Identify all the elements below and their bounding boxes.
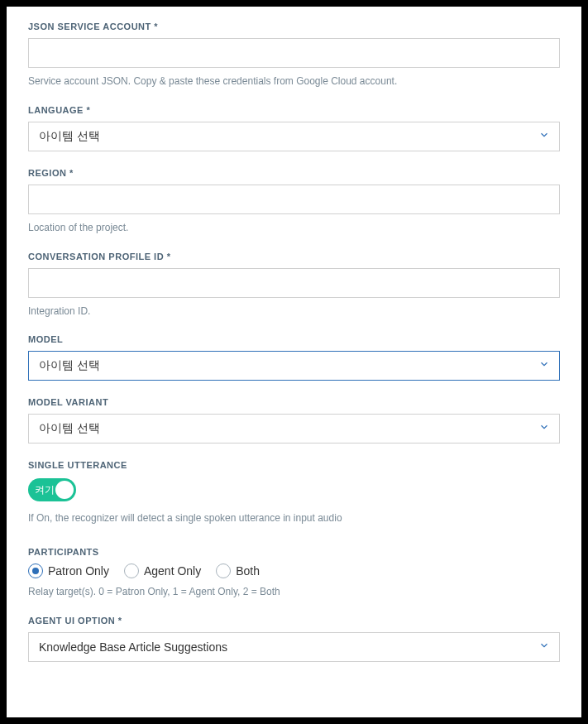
language-label: LANGUAGE * [28,105,560,115]
radio-label: Agent Only [144,564,201,578]
single-utterance-group: SINGLE UTTERANCE 켜기 If On, the recognize… [28,460,560,525]
language-group: LANGUAGE * 아이템 선택 [28,105,560,151]
participants-label: PARTICIPANTS [28,547,560,557]
language-select-wrapper: 아이템 선택 [28,122,560,151]
model-variant-select[interactable]: 아이템 선택 [28,414,560,444]
toggle-knob [55,481,74,499]
model-group: MODEL 아이템 선택 [28,334,560,381]
model-variant-select-wrapper: 아이템 선택 [28,414,560,444]
agent-ui-option-group: AGENT UI OPTION * Knowledge Base Article… [28,616,560,662]
conversation-profile-id-input[interactable] [28,268,560,298]
json-service-account-input[interactable] [28,38,560,68]
participants-radio-group: Patron Only Agent Only Both [28,563,560,578]
radio-label: Both [236,564,260,578]
region-input[interactable] [28,185,560,214]
agent-ui-option-select-value: Knowledge Base Article Suggestions [39,640,227,654]
model-select[interactable]: 아이템 선택 [28,351,560,381]
region-group: REGION * Location of the project. [28,168,560,235]
radio-label: Patron Only [48,564,109,578]
json-service-account-group: JSON SERVICE ACCOUNT * Service account J… [28,22,560,89]
single-utterance-help: If On, the recognizer will detect a sing… [28,511,560,525]
radio-circle [124,563,139,578]
single-utterance-toggle-wrapper: 켜기 [28,478,76,501]
model-variant-group: MODEL VARIANT 아이템 선택 [28,397,560,444]
radio-circle [216,563,231,578]
radio-dot [32,568,39,574]
radio-circle [28,563,43,578]
single-utterance-label: SINGLE UTTERANCE [28,460,560,470]
radio-patron-only[interactable]: Patron Only [28,563,109,578]
language-select-value: 아이템 선택 [39,129,100,144]
agent-ui-option-select[interactable]: Knowledge Base Article Suggestions [28,632,560,662]
participants-group: PARTICIPANTS Patron Only Agent Only Both… [28,547,560,599]
radio-both[interactable]: Both [216,563,260,578]
toggle-on-label: 켜기 [28,483,55,497]
form-container: JSON SERVICE ACCOUNT * Service account J… [7,7,581,717]
conversation-profile-id-label: CONVERSATION PROFILE ID * [28,252,560,261]
participants-help: Relay target(s). 0 = Patron Only, 1 = Ag… [28,585,560,599]
single-utterance-toggle[interactable]: 켜기 [28,478,76,501]
model-label: MODEL [28,334,560,344]
json-service-account-help: Service account JSON. Copy & paste these… [28,74,560,89]
model-variant-select-value: 아이템 선택 [39,421,100,436]
conversation-profile-id-group: CONVERSATION PROFILE ID * Integration ID… [28,252,560,319]
json-service-account-label: JSON SERVICE ACCOUNT * [28,22,560,31]
model-variant-label: MODEL VARIANT [28,397,560,407]
model-select-wrapper: 아이템 선택 [28,351,560,381]
conversation-profile-id-help: Integration ID. [28,304,560,319]
radio-agent-only[interactable]: Agent Only [124,563,201,578]
region-label: REGION * [28,168,560,178]
region-help: Location of the project. [28,221,560,235]
agent-ui-option-label: AGENT UI OPTION * [28,616,560,626]
agent-ui-option-select-wrapper: Knowledge Base Article Suggestions [28,632,560,662]
language-select[interactable]: 아이템 선택 [28,122,560,151]
model-select-value: 아이템 선택 [39,358,100,373]
